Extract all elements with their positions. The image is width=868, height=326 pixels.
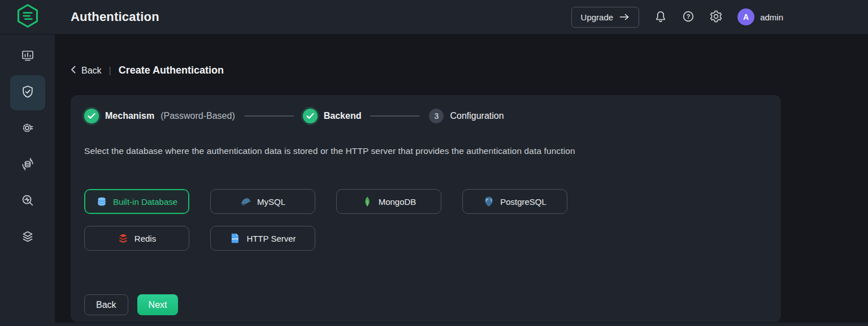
svg-text:HTTP: HTTP [232,238,239,241]
sidebar-item-access-control[interactable] [10,75,45,110]
backend-option-mongodb[interactable]: MongoDB [336,189,441,214]
backend-option-label: Redis [134,234,156,243]
step-label: Backend [324,111,362,121]
diagnose-search-icon [20,193,35,210]
backend-option-mysql[interactable]: MySQL [210,189,315,214]
back-button[interactable]: Back [84,294,128,315]
sidebar-item-integration[interactable] [10,111,45,147]
breadcrumb-divider: | [109,66,111,76]
wizard-actions: Back Next [84,294,767,315]
bell-icon [654,10,667,24]
step-check-icon [303,109,318,123]
shield-check-icon [20,84,35,101]
user-menu[interactable]: A admin [737,8,783,25]
upgrade-label: Upgrade [581,12,614,22]
sidebar-nav [0,35,55,326]
main-content: Back | Create Authentication Mechanism (… [55,35,868,326]
integration-gear-icon [20,121,35,138]
backend-option-label: HTTP Server [246,234,296,243]
backend-option-label: PostgreSQL [500,197,546,207]
backend-options: Built-in Database MySQL [84,189,767,251]
stepper: Mechanism (Password-Based) Backend 3 Con… [84,109,767,123]
sidebar-item-data-management[interactable] [10,148,45,183]
breadcrumb-title: Create Authentication [119,65,224,76]
dashboard-monitoring-icon [20,48,35,65]
step-configuration: 3 Configuration [429,109,504,123]
backend-option-label: MongoDB [379,197,416,207]
step-check-icon [84,109,99,123]
step-label: Configuration [450,111,504,121]
header-actions: Upgrade [571,7,783,28]
step-number: 3 [429,109,444,123]
app-logo[interactable] [0,3,55,31]
sidebar-item-management[interactable] [10,220,45,255]
chevron-left-icon [71,66,76,76]
gear-icon [710,10,722,24]
back-link[interactable]: Back [71,66,102,76]
user-name: admin [760,12,783,22]
footer-divider [55,323,868,326]
app-root: Authentication Upgrade [0,0,868,326]
step-annotation: (Password-Based) [160,111,235,121]
help-button[interactable]: ? [682,10,695,24]
sidebar-item-dashboard[interactable] [10,39,45,74]
emqx-logo-icon [15,3,40,31]
back-link-label: Back [81,66,102,76]
backend-option-label: Built-in Database [113,197,177,207]
backend-option-http-server[interactable]: HTTP HTTP Server [210,226,315,251]
top-header: Authentication Upgrade [0,0,868,35]
page-title: Authentication [71,10,159,24]
step-mechanism: Mechanism (Password-Based) [84,109,235,123]
http-server-icon: HTTP [229,233,241,244]
step-connector [244,115,294,117]
breadcrumb: Back | Create Authentication [71,65,868,76]
next-button[interactable]: Next [137,294,179,315]
postgresql-icon [483,196,494,207]
avatar: A [737,8,754,25]
data-sync-icon [20,157,35,174]
mysql-icon [240,196,251,207]
step-label: Mechanism [105,111,154,121]
create-auth-card: Mechanism (Password-Based) Backend 3 Con… [71,95,781,322]
step-connector [370,115,420,117]
backend-option-label: MySQL [257,197,285,207]
backend-option-builtin-database[interactable]: Built-in Database [84,189,189,214]
backend-option-postgresql[interactable]: PostgreSQL [462,189,567,214]
upgrade-button[interactable]: Upgrade [571,7,640,28]
backend-option-redis[interactable]: Redis [84,226,189,251]
svg-text:?: ? [687,13,691,20]
layers-icon [20,229,35,246]
step-backend: Backend [303,109,362,123]
sidebar-item-diagnose[interactable] [10,184,45,219]
builtin-database-icon [96,196,107,207]
settings-button[interactable] [710,10,722,24]
arrow-right-icon [619,12,630,22]
notifications-button[interactable] [654,10,667,24]
step-description: Select the database where the authentica… [84,146,767,156]
mongodb-icon [362,196,373,207]
help-icon: ? [682,10,695,24]
redis-icon [118,233,129,244]
